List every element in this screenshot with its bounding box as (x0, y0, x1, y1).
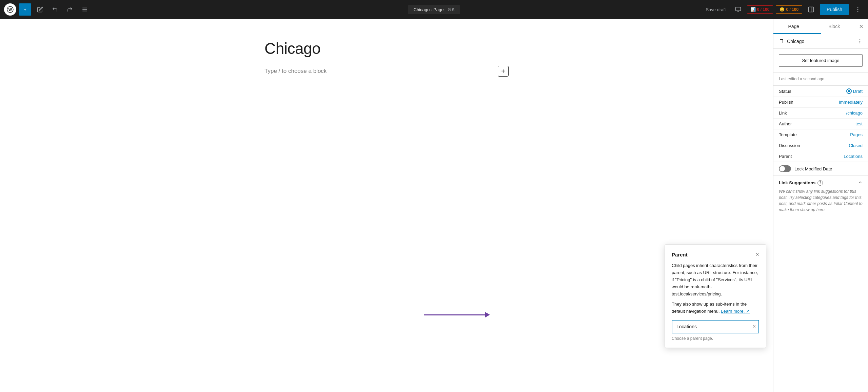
link-suggestions-title-text: Link Suggestions (779, 180, 815, 185)
discussion-value[interactable]: Closed (849, 143, 863, 148)
save-draft-button[interactable]: Save draft (702, 5, 729, 14)
template-value[interactable]: Pages (850, 132, 863, 137)
link-value[interactable]: /chicago (846, 110, 863, 116)
doc-shortcut: ⌘K (448, 7, 454, 12)
svg-text:W: W (8, 7, 12, 12)
tooltip-body-p1: Child pages inherit characteristics from… (672, 262, 759, 297)
link-suggestions-title-area: Link Suggestions ? (779, 180, 823, 186)
lock-modified-row: Lock Modified Date (773, 162, 868, 176)
svg-point-15 (860, 40, 860, 40)
tab-active-indicator (773, 33, 821, 34)
parent-row: Parent Locations (773, 151, 868, 162)
discussion-label: Discussion (779, 143, 800, 148)
sidebar-close-button[interactable] (854, 19, 868, 34)
parent-input-clear-button[interactable]: × (753, 324, 756, 330)
parent-tooltip: Parent × Child pages inherit characteris… (665, 244, 766, 348)
edit-icon-button[interactable] (34, 3, 46, 16)
link-label: Link (779, 110, 787, 116)
lock-modified-toggle[interactable] (779, 165, 791, 172)
sidebar-page-header: 🗒 Chicago (773, 34, 868, 49)
topbar: W + Chicago · Page ⌘K Save draft 📊 0 / 1… (0, 0, 868, 19)
tab-page[interactable]: Page (773, 19, 814, 34)
link-suggestions-text: We can't show any link suggestions for t… (779, 188, 863, 213)
page-title[interactable]: Chicago (264, 39, 509, 58)
block-placeholder-area[interactable]: Type / to choose a block + (264, 66, 509, 77)
readability-icon: 😊 (780, 7, 785, 12)
view-button[interactable] (732, 3, 744, 16)
tooltip-header: Parent × (672, 251, 759, 257)
editor-area[interactable]: Chicago Type / to choose a block + (0, 19, 773, 392)
tools-button[interactable] (79, 3, 91, 16)
publish-button[interactable]: Publish (820, 4, 849, 15)
publish-label: Publish (779, 100, 793, 105)
parent-input-container: × (672, 320, 759, 333)
sidebar-toggle-button[interactable] (805, 3, 817, 16)
svg-point-16 (860, 41, 860, 41)
block-placeholder-text: Type / to choose a block (264, 68, 327, 75)
seo-icon: 📊 (751, 7, 756, 12)
doc-title-button[interactable]: Chicago · Page ⌘K (408, 5, 460, 14)
template-row: Template Pages (773, 129, 868, 140)
doc-title-area: Chicago · Page ⌘K (408, 5, 460, 14)
set-featured-image-button[interactable]: Set featured image (779, 54, 863, 67)
svg-point-17 (860, 43, 860, 43)
svg-point-12 (857, 11, 858, 12)
link-suggestions-collapse-button[interactable] (858, 180, 863, 186)
svg-point-11 (857, 9, 858, 10)
status-value[interactable]: Draft (846, 88, 863, 94)
undo-button[interactable] (49, 3, 61, 16)
tooltip-body: Child pages inherit characteristics from… (672, 262, 759, 315)
tab-block[interactable]: Block (814, 19, 855, 34)
svg-point-10 (857, 7, 858, 8)
add-block-inline-button[interactable]: + (498, 66, 509, 77)
status-text: Draft (853, 89, 863, 94)
publish-row: Publish Immediately (773, 97, 868, 108)
author-label: Author (779, 121, 792, 126)
redo-button[interactable] (64, 3, 76, 16)
sidebar-tabs: Page Block (773, 19, 868, 34)
page-document-icon: 🗒 (779, 38, 784, 44)
doc-title-text: Chicago · Page (414, 7, 444, 12)
parent-label: Parent (779, 154, 792, 159)
link-suggestions-header: Link Suggestions ? (779, 180, 863, 186)
sidebar-page-more-button[interactable] (857, 39, 863, 44)
status-label: Status (779, 89, 791, 94)
svg-rect-8 (809, 7, 814, 12)
link-suggestions-section: Link Suggestions ? We can't show any lin… (773, 176, 868, 217)
author-value[interactable]: test (855, 121, 863, 126)
seo-score-badge[interactable]: 📊 0 / 100 (747, 5, 773, 14)
parent-hint-text: Choose a parent page. (672, 336, 759, 341)
parent-search-input[interactable] (672, 320, 759, 333)
more-options-button[interactable] (852, 3, 864, 16)
help-icon[interactable]: ? (817, 180, 823, 186)
discussion-row: Discussion Closed (773, 140, 868, 151)
link-row: Link /chicago (773, 108, 868, 119)
topbar-right: Save draft 📊 0 / 100 😊 0 / 100 Publish (702, 3, 864, 16)
tooltip-close-button[interactable]: × (755, 251, 759, 257)
draft-circle-icon (846, 88, 852, 94)
seo-score-value: 0 / 100 (757, 7, 770, 12)
featured-image-section: Set featured image (773, 49, 868, 73)
sidebar-page-name: Chicago (787, 39, 804, 44)
toggle-knob (780, 166, 785, 171)
last-edited-text: Last edited a second ago. (773, 73, 868, 86)
lock-modified-label: Lock Modified Date (794, 166, 832, 171)
publish-value[interactable]: Immediately (839, 100, 863, 105)
tooltip-body-p2: They also show up as sub-items in the de… (672, 301, 759, 315)
tooltip-title: Parent (672, 252, 688, 257)
right-sidebar: Page Block 🗒 Chicago Set featured image … (773, 19, 868, 392)
status-row: Status Draft (773, 86, 868, 97)
author-row: Author test (773, 119, 868, 129)
draft-circle-inner (848, 90, 850, 92)
editor-content: Chicago Type / to choose a block + (264, 39, 509, 77)
parent-value[interactable]: Locations (844, 154, 863, 159)
wp-logo: W (4, 3, 16, 16)
sidebar-page-title-area: 🗒 Chicago (779, 38, 804, 44)
readability-score-badge[interactable]: 😊 0 / 100 (776, 5, 802, 14)
add-block-button[interactable]: + (19, 3, 31, 16)
svg-rect-5 (735, 7, 741, 11)
learn-more-link[interactable]: Learn more. ↗ (721, 309, 750, 314)
readability-score-value: 0 / 100 (786, 7, 798, 12)
template-label: Template (779, 132, 797, 137)
